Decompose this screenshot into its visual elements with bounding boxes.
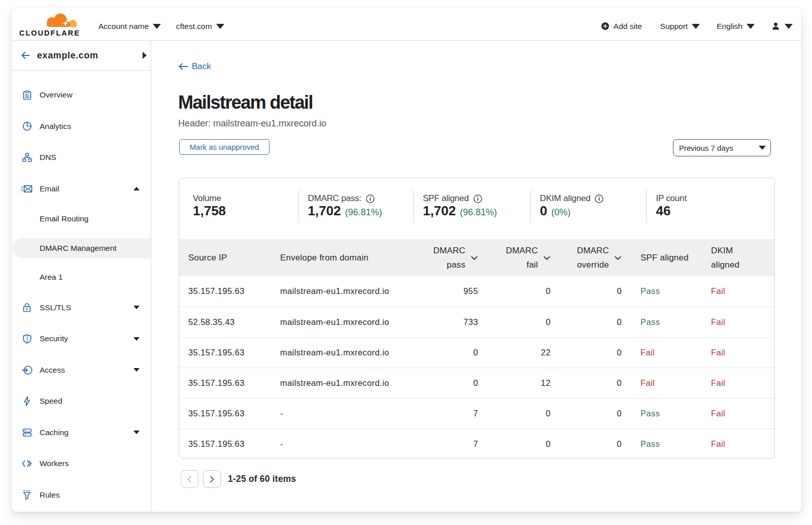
svg-text:CLOUDFLARE: CLOUDFLARE [19, 29, 80, 37]
